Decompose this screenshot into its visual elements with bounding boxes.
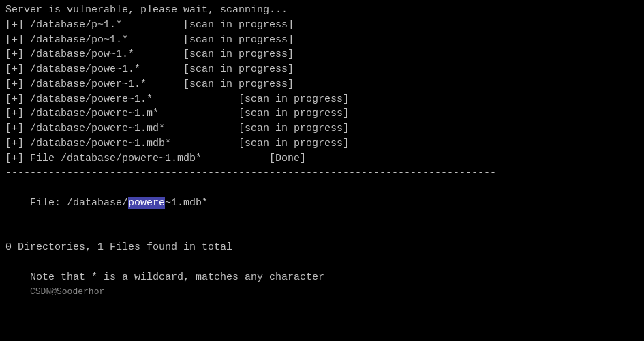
file-line: File: /database/powere~1.mdb* (5, 181, 639, 225)
line-header: Server is vulnerable, please wait, scann… (5, 3, 639, 18)
scan-line-9: [+] /database/powere~1.mdb* [scan in pro… (5, 136, 639, 151)
scan-line-7: [+] /database/powere~1.m* [scan in progr… (5, 106, 639, 121)
file-highlighted-text: powere (128, 197, 165, 209)
scan-line-5: [+] /database/power~1.* [scan in progres… (5, 77, 639, 92)
stat-directories: 0 Directories, 1 Files found in total (5, 240, 639, 255)
watermark-text: CSDN@Sooderhor (30, 286, 104, 297)
scan-line-1: [+] /database/p~1.* [scan in progress] (5, 18, 639, 33)
divider-line: ----------------------------------------… (5, 166, 639, 181)
scan-line-8: [+] /database/powere~1.md* [scan in prog… (5, 121, 639, 136)
scan-line-2: [+] /database/po~1.* [scan in progress] (5, 33, 639, 48)
file-label-prefix: File: /database/ (30, 197, 128, 209)
blank-line (5, 225, 639, 240)
file-label-suffix: ~1.mdb* (165, 197, 208, 209)
terminal-window: Server is vulnerable, please wait, scann… (5, 3, 639, 338)
scan-line-3: [+] /database/pow~1.* [scan in progress] (5, 47, 639, 62)
stat-wildcard-text: Note that * is a wildcard, matches any c… (30, 271, 324, 283)
scan-line-6: [+] /database/powere~1.* [scan in progre… (5, 92, 639, 107)
stat-wildcard: Note that * is a wildcard, matches any c… (5, 255, 639, 314)
scan-line-4: [+] /database/powe~1.* [scan in progress… (5, 62, 639, 77)
scan-line-done: [+] File /database/powere~1.mdb* [Done] (5, 151, 639, 166)
